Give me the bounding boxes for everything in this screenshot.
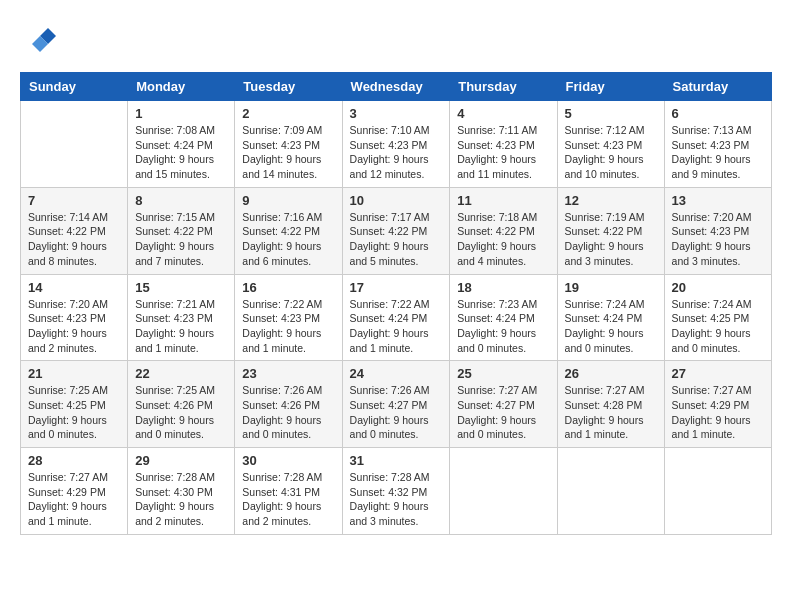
day-number: 30 [242,453,334,468]
weekday-header: Saturday [664,73,771,101]
calendar-cell: 10Sunrise: 7:17 AMSunset: 4:22 PMDayligh… [342,187,450,274]
day-number: 25 [457,366,549,381]
day-info: Sunrise: 7:18 AMSunset: 4:22 PMDaylight:… [457,210,549,269]
calendar-week-row: 1Sunrise: 7:08 AMSunset: 4:24 PMDaylight… [21,101,772,188]
logo-icon [20,20,56,56]
day-number: 4 [457,106,549,121]
day-info: Sunrise: 7:15 AMSunset: 4:22 PMDaylight:… [135,210,227,269]
day-info: Sunrise: 7:19 AMSunset: 4:22 PMDaylight:… [565,210,657,269]
weekday-header: Friday [557,73,664,101]
day-number: 1 [135,106,227,121]
calendar-cell: 29Sunrise: 7:28 AMSunset: 4:30 PMDayligh… [128,448,235,535]
day-number: 28 [28,453,120,468]
calendar-cell: 30Sunrise: 7:28 AMSunset: 4:31 PMDayligh… [235,448,342,535]
calendar-week-row: 21Sunrise: 7:25 AMSunset: 4:25 PMDayligh… [21,361,772,448]
calendar-week-row: 7Sunrise: 7:14 AMSunset: 4:22 PMDaylight… [21,187,772,274]
calendar-cell: 23Sunrise: 7:26 AMSunset: 4:26 PMDayligh… [235,361,342,448]
calendar-cell: 2Sunrise: 7:09 AMSunset: 4:23 PMDaylight… [235,101,342,188]
calendar-cell: 15Sunrise: 7:21 AMSunset: 4:23 PMDayligh… [128,274,235,361]
calendar-cell: 12Sunrise: 7:19 AMSunset: 4:22 PMDayligh… [557,187,664,274]
day-info: Sunrise: 7:24 AMSunset: 4:25 PMDaylight:… [672,297,764,356]
calendar-cell: 5Sunrise: 7:12 AMSunset: 4:23 PMDaylight… [557,101,664,188]
day-number: 12 [565,193,657,208]
calendar-cell [450,448,557,535]
day-info: Sunrise: 7:10 AMSunset: 4:23 PMDaylight:… [350,123,443,182]
calendar-cell: 27Sunrise: 7:27 AMSunset: 4:29 PMDayligh… [664,361,771,448]
weekday-header: Tuesday [235,73,342,101]
weekday-header-row: SundayMondayTuesdayWednesdayThursdayFrid… [21,73,772,101]
day-number: 15 [135,280,227,295]
calendar-cell: 21Sunrise: 7:25 AMSunset: 4:25 PMDayligh… [21,361,128,448]
day-info: Sunrise: 7:27 AMSunset: 4:27 PMDaylight:… [457,383,549,442]
day-number: 5 [565,106,657,121]
calendar-cell [557,448,664,535]
day-number: 9 [242,193,334,208]
day-number: 8 [135,193,227,208]
weekday-header: Wednesday [342,73,450,101]
day-info: Sunrise: 7:22 AMSunset: 4:24 PMDaylight:… [350,297,443,356]
calendar-cell: 20Sunrise: 7:24 AMSunset: 4:25 PMDayligh… [664,274,771,361]
calendar-week-row: 14Sunrise: 7:20 AMSunset: 4:23 PMDayligh… [21,274,772,361]
day-info: Sunrise: 7:13 AMSunset: 4:23 PMDaylight:… [672,123,764,182]
day-info: Sunrise: 7:28 AMSunset: 4:30 PMDaylight:… [135,470,227,529]
calendar-cell: 28Sunrise: 7:27 AMSunset: 4:29 PMDayligh… [21,448,128,535]
day-info: Sunrise: 7:23 AMSunset: 4:24 PMDaylight:… [457,297,549,356]
day-number: 20 [672,280,764,295]
calendar-cell: 6Sunrise: 7:13 AMSunset: 4:23 PMDaylight… [664,101,771,188]
calendar-cell: 9Sunrise: 7:16 AMSunset: 4:22 PMDaylight… [235,187,342,274]
day-info: Sunrise: 7:17 AMSunset: 4:22 PMDaylight:… [350,210,443,269]
day-info: Sunrise: 7:20 AMSunset: 4:23 PMDaylight:… [28,297,120,356]
calendar-cell: 7Sunrise: 7:14 AMSunset: 4:22 PMDaylight… [21,187,128,274]
day-number: 11 [457,193,549,208]
calendar-cell: 1Sunrise: 7:08 AMSunset: 4:24 PMDaylight… [128,101,235,188]
calendar-cell: 8Sunrise: 7:15 AMSunset: 4:22 PMDaylight… [128,187,235,274]
calendar-cell: 3Sunrise: 7:10 AMSunset: 4:23 PMDaylight… [342,101,450,188]
day-info: Sunrise: 7:25 AMSunset: 4:25 PMDaylight:… [28,383,120,442]
calendar-cell: 25Sunrise: 7:27 AMSunset: 4:27 PMDayligh… [450,361,557,448]
logo [20,20,60,56]
day-info: Sunrise: 7:16 AMSunset: 4:22 PMDaylight:… [242,210,334,269]
day-number: 19 [565,280,657,295]
day-info: Sunrise: 7:25 AMSunset: 4:26 PMDaylight:… [135,383,227,442]
calendar-week-row: 28Sunrise: 7:27 AMSunset: 4:29 PMDayligh… [21,448,772,535]
day-info: Sunrise: 7:12 AMSunset: 4:23 PMDaylight:… [565,123,657,182]
day-number: 18 [457,280,549,295]
calendar-cell: 17Sunrise: 7:22 AMSunset: 4:24 PMDayligh… [342,274,450,361]
calendar-cell [664,448,771,535]
calendar-table: SundayMondayTuesdayWednesdayThursdayFrid… [20,72,772,535]
calendar-cell [21,101,128,188]
day-info: Sunrise: 7:27 AMSunset: 4:29 PMDaylight:… [28,470,120,529]
day-info: Sunrise: 7:14 AMSunset: 4:22 PMDaylight:… [28,210,120,269]
day-info: Sunrise: 7:24 AMSunset: 4:24 PMDaylight:… [565,297,657,356]
weekday-header: Thursday [450,73,557,101]
calendar-cell: 18Sunrise: 7:23 AMSunset: 4:24 PMDayligh… [450,274,557,361]
calendar-cell: 24Sunrise: 7:26 AMSunset: 4:27 PMDayligh… [342,361,450,448]
day-number: 29 [135,453,227,468]
day-number: 23 [242,366,334,381]
day-number: 17 [350,280,443,295]
day-info: Sunrise: 7:26 AMSunset: 4:27 PMDaylight:… [350,383,443,442]
calendar-cell: 11Sunrise: 7:18 AMSunset: 4:22 PMDayligh… [450,187,557,274]
day-info: Sunrise: 7:22 AMSunset: 4:23 PMDaylight:… [242,297,334,356]
calendar-cell: 26Sunrise: 7:27 AMSunset: 4:28 PMDayligh… [557,361,664,448]
calendar-cell: 22Sunrise: 7:25 AMSunset: 4:26 PMDayligh… [128,361,235,448]
day-info: Sunrise: 7:20 AMSunset: 4:23 PMDaylight:… [672,210,764,269]
calendar-cell: 31Sunrise: 7:28 AMSunset: 4:32 PMDayligh… [342,448,450,535]
calendar-cell: 16Sunrise: 7:22 AMSunset: 4:23 PMDayligh… [235,274,342,361]
day-info: Sunrise: 7:28 AMSunset: 4:32 PMDaylight:… [350,470,443,529]
day-number: 13 [672,193,764,208]
day-number: 27 [672,366,764,381]
day-number: 21 [28,366,120,381]
day-info: Sunrise: 7:26 AMSunset: 4:26 PMDaylight:… [242,383,334,442]
weekday-header: Monday [128,73,235,101]
day-number: 14 [28,280,120,295]
day-info: Sunrise: 7:27 AMSunset: 4:28 PMDaylight:… [565,383,657,442]
day-info: Sunrise: 7:09 AMSunset: 4:23 PMDaylight:… [242,123,334,182]
calendar-cell: 19Sunrise: 7:24 AMSunset: 4:24 PMDayligh… [557,274,664,361]
day-info: Sunrise: 7:21 AMSunset: 4:23 PMDaylight:… [135,297,227,356]
calendar-cell: 4Sunrise: 7:11 AMSunset: 4:23 PMDaylight… [450,101,557,188]
day-number: 22 [135,366,227,381]
day-info: Sunrise: 7:08 AMSunset: 4:24 PMDaylight:… [135,123,227,182]
calendar-cell: 13Sunrise: 7:20 AMSunset: 4:23 PMDayligh… [664,187,771,274]
day-number: 6 [672,106,764,121]
